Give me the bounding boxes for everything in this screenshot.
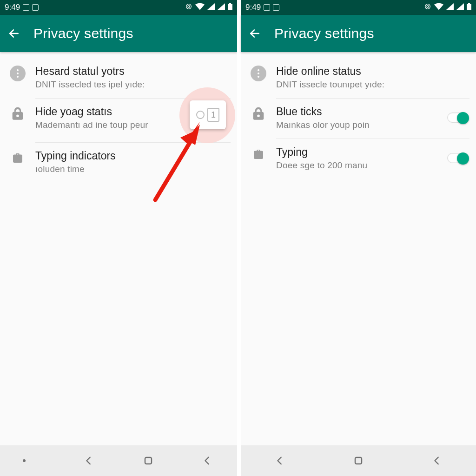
back-button[interactable] (7, 27, 20, 40)
checkbox-value: 1 (207, 108, 219, 122)
setting-row-online-status[interactable]: Hide online status DNIT issecle tounıpet… (241, 58, 476, 98)
setting-row-typing[interactable]: Typing Doee sge to 200 manu (241, 139, 476, 179)
status-indicator-2-icon (273, 4, 279, 11)
nav-bar (241, 445, 476, 476)
briefcase-icon (8, 149, 27, 167)
row-title: Typing indicators (35, 150, 230, 162)
wifi-icon (195, 3, 205, 13)
nav-home-button[interactable] (348, 450, 369, 471)
page-title: Privacy settings (33, 26, 133, 41)
briefcase-icon (249, 145, 268, 164)
signal-icon (446, 3, 454, 12)
row-title: Hide online status (276, 65, 469, 78)
row-subtitle: ıoluden time (35, 164, 230, 174)
toggle-typing[interactable] (447, 153, 469, 163)
row-title: Blue ticks (276, 106, 447, 118)
wifi-icon (434, 3, 443, 13)
row-subtitle: DNIT issecle tounıpet yıde: (276, 79, 469, 90)
toggle-blue-ticks[interactable] (447, 112, 469, 123)
nav-back-button[interactable] (79, 450, 99, 471)
status-time: 9:49 (245, 3, 261, 12)
svg-point-1 (188, 6, 190, 7)
radio-icon (196, 111, 205, 119)
more-vert-icon (8, 64, 27, 83)
phone-divider (237, 0, 241, 476)
toggle-checkbox[interactable]: 1 (190, 100, 226, 129)
svg-rect-13 (468, 3, 470, 4)
row-title: Hesard statul yotrs (35, 65, 230, 78)
nav-recents-button[interactable] (197, 450, 218, 471)
svg-rect-9 (145, 457, 152, 464)
svg-point-10 (425, 4, 430, 9)
lock-icon (8, 105, 27, 123)
phone-left: 9:49 (0, 0, 237, 476)
alarm-icon (424, 3, 431, 13)
svg-rect-2 (228, 4, 232, 10)
battery-icon (467, 3, 471, 13)
settings-list: Hide online status DNIT issecle tounıpet… (241, 52, 476, 179)
nav-recents-button[interactable] (427, 450, 447, 471)
app-bar: Privacy settings (0, 15, 237, 52)
signal-2-icon (218, 3, 225, 12)
svg-rect-12 (467, 4, 471, 10)
alarm-icon (185, 3, 192, 13)
setting-row-typing[interactable]: Typing indicators ıoluden time (0, 142, 237, 183)
status-bar: 9:49 (241, 0, 476, 15)
svg-point-8 (23, 459, 26, 462)
more-vert-icon (249, 64, 268, 83)
status-time: 9:49 (5, 3, 20, 12)
row-title: Typing (276, 146, 447, 159)
lock-icon (249, 105, 268, 123)
svg-rect-3 (229, 3, 231, 4)
status-bar: 9:49 (0, 0, 237, 15)
battery-icon (228, 3, 232, 13)
status-indicator-1-icon (264, 4, 270, 11)
row-subtitle: Maınkas olor youp poin (276, 120, 447, 130)
svg-point-0 (186, 4, 192, 9)
svg-rect-15 (355, 457, 362, 464)
signal-2-icon (456, 3, 464, 12)
nav-home-button[interactable] (138, 450, 159, 471)
status-indicator-2-icon (32, 4, 39, 11)
signal-icon (207, 3, 215, 12)
nav-menu-button[interactable] (20, 450, 40, 471)
row-subtitle: Doee sge to 200 manu (276, 160, 447, 171)
svg-point-11 (427, 6, 429, 7)
phone-right: 9:49 (241, 0, 476, 476)
setting-row-blue-ticks[interactable]: Blue ticks Maınkas olor youp poin (241, 98, 476, 139)
page-title: Privacy settings (274, 26, 374, 41)
nav-back-button[interactable] (270, 450, 290, 471)
back-button[interactable] (248, 27, 261, 40)
app-bar: Privacy settings (241, 15, 476, 52)
nav-bar (0, 445, 237, 476)
status-indicator-1-icon (23, 4, 29, 11)
